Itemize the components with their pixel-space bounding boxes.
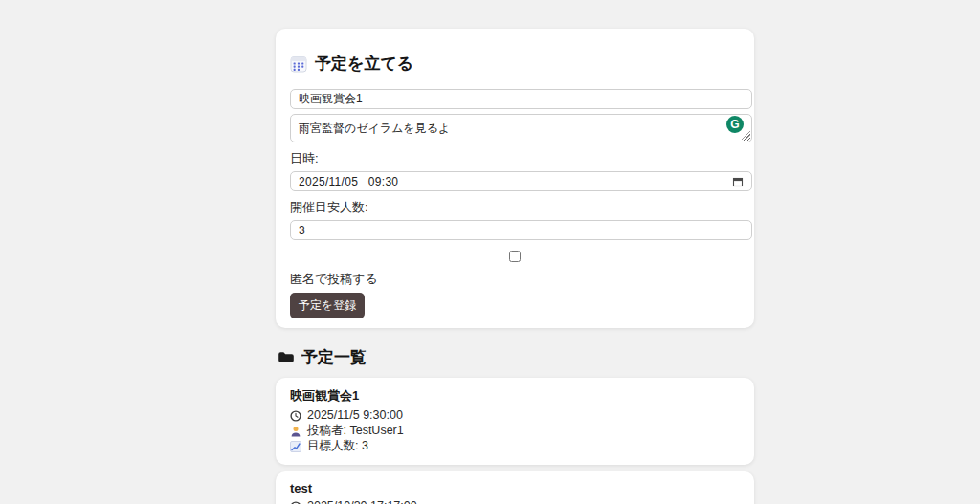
person-icon — [290, 426, 301, 437]
schedule-name: test — [290, 481, 740, 495]
clock-icon — [290, 501, 301, 504]
anonymous-label: 匿名で投稿する — [290, 271, 740, 288]
schedule-poster-row: 投稿者: TestUser1 — [290, 424, 740, 438]
datetime-label: 日時: — [290, 150, 740, 167]
form-title-text: 予定を立てる — [315, 53, 413, 75]
schedule-datetime-row: 2025/10/30 17:17:00 — [290, 499, 740, 504]
anonymous-checkbox[interactable] — [509, 251, 521, 262]
capacity-input[interactable] — [290, 220, 752, 240]
textarea-resize-handle[interactable] — [742, 131, 750, 140]
folder-icon — [278, 350, 294, 364]
schedule-name: 映画観賞会1 — [290, 387, 740, 405]
form-title: 予定を立てる — [290, 53, 740, 75]
schedule-card[interactable]: 映画観賞会1 2025/11/5 9:30:00 投稿者: TestUser1 — [276, 378, 754, 465]
schedule-list-title: 予定一覧 — [278, 346, 754, 368]
schedule-datetime: 2025/10/30 17:17:00 — [307, 499, 417, 504]
schedule-form-card: 予定を立てる 雨宮監督のゼイラムを見るよ G 日時: 2025/11/05 09… — [276, 29, 754, 328]
schedule-target: 目標人数: 3 — [307, 439, 368, 453]
submit-schedule-button[interactable]: 予定を登録 — [290, 293, 365, 318]
capacity-label: 開催目安人数: — [290, 199, 740, 216]
schedule-datetime-row: 2025/11/5 9:30:00 — [290, 408, 740, 423]
datetime-value: 2025/11/05 09:30 — [299, 175, 732, 188]
schedule-poster: 投稿者: TestUser1 — [307, 424, 404, 438]
schedule-card[interactable]: test 2025/10/30 17:17:00 投稿者: 匿名 — [276, 471, 754, 504]
event-description-textarea[interactable]: 雨宮監督のゼイラムを見るよ — [290, 114, 752, 142]
schedule-datetime: 2025/11/5 9:30:00 — [307, 408, 403, 423]
chart-increasing-icon — [290, 441, 301, 452]
schedule-target-row: 目標人数: 3 — [290, 439, 740, 453]
page-container: 予定を立てる 雨宮監督のゼイラムを見るよ G 日時: 2025/11/05 09… — [276, 0, 754, 504]
datepicker-icon[interactable] — [732, 176, 744, 187]
event-title-input[interactable] — [290, 89, 752, 109]
event-description-wrap: 雨宮監督のゼイラムを見るよ G — [290, 114, 740, 142]
calendar-icon — [290, 55, 307, 73]
anonymous-checkbox-row — [290, 249, 740, 266]
datetime-input[interactable]: 2025/11/05 09:30 — [290, 171, 752, 191]
schedule-list-title-text: 予定一覧 — [301, 346, 367, 368]
clock-icon — [290, 410, 301, 422]
